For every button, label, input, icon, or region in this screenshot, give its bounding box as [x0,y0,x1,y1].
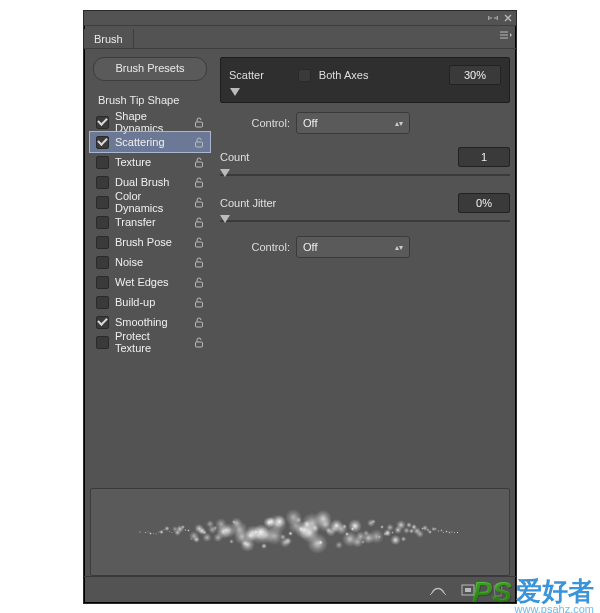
both-axes-label: Both Axes [319,69,369,81]
option-wet-edges[interactable]: Wet Edges [90,272,210,292]
brush-presets-button[interactable]: Brush Presets [93,57,207,81]
lock-icon[interactable] [192,317,206,328]
option-label: Protect Texture [115,330,186,354]
count-jitter-label: Count Jitter [220,197,276,209]
watermark-url: www.psahz.com [515,603,594,613]
option-transfer[interactable]: Transfer [90,212,210,232]
checkbox[interactable] [96,276,109,289]
lock-icon[interactable] [192,157,206,168]
option-label: Texture [115,156,186,168]
svg-rect-8 [196,282,203,287]
option-label: Color Dynamics [115,190,186,214]
control2-value: Off [303,241,317,253]
option-scattering[interactable]: Scattering [90,132,210,152]
chevron-updown-icon: ▴▾ [395,243,403,252]
tab-brush[interactable]: Brush [84,29,134,48]
checkbox[interactable] [96,336,109,349]
checkbox[interactable] [96,156,109,169]
svg-rect-7 [196,262,203,267]
settings-area: Scatter Both Axes 30% Control: [214,49,516,488]
brush-preview [90,488,510,576]
option-label: Scattering [115,136,186,148]
checkbox[interactable] [96,316,109,329]
chevron-updown-icon: ▴▾ [395,119,403,128]
panel-menu-icon[interactable] [498,29,512,43]
svg-rect-3 [196,182,203,187]
toggle-live-preview-icon[interactable] [430,582,446,598]
option-shape-dynamics[interactable]: Shape Dynamics [90,112,210,132]
checkbox[interactable] [96,136,109,149]
control-value: Off [303,117,317,129]
option-smoothing[interactable]: Smoothing [90,312,210,332]
control2-label: Control: [220,241,290,253]
watermark-ps: PS [472,575,512,609]
checkbox[interactable] [96,176,109,189]
lock-icon[interactable] [192,257,206,268]
checkbox[interactable] [96,196,109,209]
both-axes-checkbox[interactable] [298,69,311,82]
lock-icon[interactable] [192,277,206,288]
option-label: Wet Edges [115,276,186,288]
svg-rect-11 [196,342,203,347]
scatter-value[interactable]: 30% [449,65,501,85]
checkbox[interactable] [96,216,109,229]
lock-icon[interactable] [192,197,206,208]
svg-rect-4 [196,202,203,207]
panel-titlebar [84,11,516,26]
count-value[interactable]: 1 [458,147,510,167]
option-dual-brush[interactable]: Dual Brush [90,172,210,192]
option-label: Shape Dynamics [115,110,186,134]
svg-rect-5 [196,222,203,227]
jitter-control-select[interactable]: Off ▴▾ [296,236,410,258]
scatter-label: Scatter [229,69,264,81]
panel-footer [84,576,516,603]
svg-rect-2 [196,162,203,167]
tab-bar: Brush [84,26,516,49]
option-texture[interactable]: Texture [90,152,210,172]
lock-icon[interactable] [192,237,206,248]
control-label: Control: [220,117,290,129]
lock-icon[interactable] [192,297,206,308]
option-label: Noise [115,256,186,268]
option-label: Smoothing [115,316,186,328]
checkbox[interactable] [96,236,109,249]
close-icon[interactable] [504,14,512,22]
option-color-dynamics[interactable]: Color Dynamics [90,192,210,212]
option-build-up[interactable]: Build-up [90,292,210,312]
lock-icon[interactable] [192,177,206,188]
brush-tip-shape[interactable]: Brush Tip Shape [90,91,210,112]
svg-rect-0 [196,122,203,127]
svg-rect-9 [196,302,203,307]
option-label: Dual Brush [115,176,186,188]
option-brush-pose[interactable]: Brush Pose [90,232,210,252]
count-slider[interactable] [220,169,510,181]
scatter-group: Scatter Both Axes 30% [220,57,510,103]
lock-icon[interactable] [192,137,206,148]
option-label: Build-up [115,296,186,308]
option-label: Brush Pose [115,236,186,248]
option-protect-texture[interactable]: Protect Texture [90,332,210,352]
svg-rect-6 [196,242,203,247]
svg-rect-10 [196,322,203,327]
lock-icon[interactable] [192,117,206,128]
option-noise[interactable]: Noise [90,252,210,272]
count-label: Count [220,151,249,163]
count-jitter-slider[interactable] [220,215,510,227]
option-label: Transfer [115,216,186,228]
scatter-control-select[interactable]: Off ▴▾ [296,112,410,134]
count-jitter-value[interactable]: 0% [458,193,510,213]
checkbox[interactable] [96,116,109,129]
svg-rect-13 [465,588,471,592]
options-sidebar: Brush Presets Brush Tip Shape Shape Dyna… [84,49,214,488]
brush-panel: Brush Brush Presets Brush Tip Shape Shap… [83,10,517,604]
collapse-icon[interactable] [488,14,498,22]
checkbox[interactable] [96,296,109,309]
checkbox[interactable] [96,256,109,269]
scatter-slider[interactable] [229,88,501,100]
lock-icon[interactable] [192,337,206,348]
svg-rect-1 [196,142,203,147]
lock-icon[interactable] [192,217,206,228]
